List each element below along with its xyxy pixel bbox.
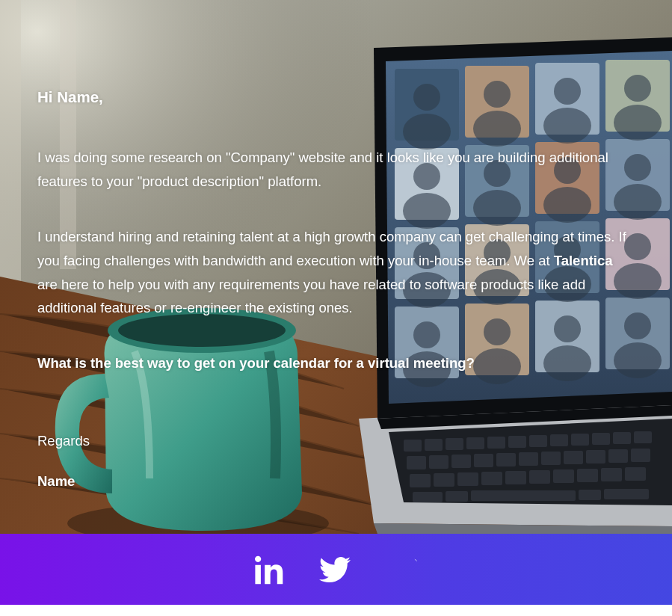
linkedin-link[interactable] bbox=[255, 555, 285, 585]
paragraph-2: I understand hiring and retaining talent… bbox=[37, 225, 635, 320]
paragraph-2-post: are here to help you with any requiremen… bbox=[37, 277, 585, 316]
signature-name: Name bbox=[37, 469, 635, 493]
paragraph-1: I was doing some research on "Company" w… bbox=[37, 146, 635, 194]
linkedin-icon bbox=[255, 555, 285, 585]
youtube-icon bbox=[385, 553, 418, 586]
cta-question: What is the best way to get on your cale… bbox=[37, 351, 635, 375]
email-body: Hi Name, I was doing some research on "C… bbox=[0, 0, 672, 534]
hero-section: Hi Name, I was doing some research on "C… bbox=[0, 0, 672, 534]
brand-name: Talentica bbox=[554, 253, 613, 268]
greeting-text: Hi Name, bbox=[37, 84, 635, 110]
twitter-icon bbox=[319, 554, 351, 585]
regards-text: Regards bbox=[37, 429, 635, 453]
youtube-link[interactable] bbox=[385, 553, 418, 586]
twitter-link[interactable] bbox=[319, 554, 351, 585]
social-footer bbox=[0, 534, 672, 605]
paragraph-2-pre: I understand hiring and retaining talent… bbox=[37, 229, 626, 268]
